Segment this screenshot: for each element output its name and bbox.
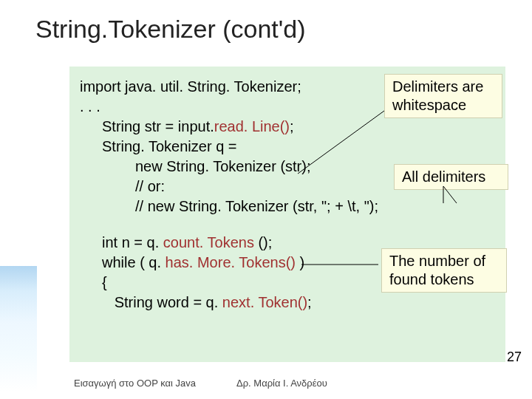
side-decoration [0, 266, 37, 392]
footer-center: Δρ. Μαρία Ι. Ανδρέου [236, 378, 327, 389]
code-method: next. Token() [218, 294, 307, 310]
code-text: ; [290, 118, 294, 134]
callout-all-delimiters: All delimiters [394, 164, 508, 190]
code-blank [80, 216, 495, 233]
code-text: String word = q. [115, 294, 219, 310]
code-line: String word = q. next. Token(); [80, 293, 495, 313]
code-text: (); [254, 234, 272, 250]
code-text: ; [307, 294, 312, 310]
code-method: has. More. Tokens() [161, 254, 296, 270]
code-text: ) [296, 254, 304, 270]
code-method: count. Tokens [159, 234, 254, 250]
code-line: String. Tokenizer q = [80, 137, 495, 157]
code-text: int n = q. [102, 234, 159, 250]
callout-found-tokens: The number of found tokens [381, 248, 507, 293]
code-line: // new String. Tokenizer (str, "; + \t, … [80, 197, 495, 216]
footer-left: Εισαγωγή στο OOP και Java [74, 378, 196, 389]
slide-title: String.Tokenizer (cont'd) [0, 0, 532, 44]
code-text: while ( q. [102, 254, 161, 270]
code-method: read. Line() [214, 118, 290, 134]
page-number: 27 [507, 349, 522, 365]
code-line: String str = input.read. Line(); [80, 117, 495, 137]
code-text: String str = input. [102, 118, 214, 134]
callout-delimiters-whitespace: Delimiters are whitespace [384, 74, 502, 118]
